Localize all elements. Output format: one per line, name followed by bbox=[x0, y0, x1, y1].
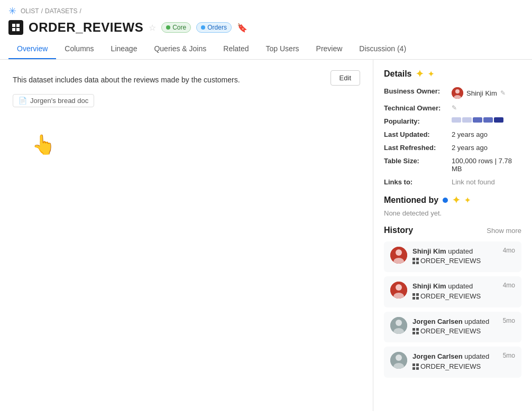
description-text: This dataset includes data about the rev… bbox=[13, 74, 360, 86]
business-owner-name: Shinji Kim bbox=[466, 89, 497, 97]
history-table-ref-2: ORDER_REVIEWS bbox=[412, 292, 481, 301]
table-size-row: Table Size: 100,000 rows | 7.78 MB bbox=[384, 157, 521, 173]
pop-seg-3 bbox=[473, 117, 482, 123]
favorite-star[interactable]: ☆ bbox=[149, 23, 156, 33]
technical-owner-row: Technical Owner: ✎ bbox=[384, 104, 521, 112]
sparkle-mentioned-2: ✦ bbox=[464, 196, 471, 204]
last-updated-value: 2 years ago bbox=[452, 130, 488, 138]
popularity-row: Popularity: bbox=[384, 117, 521, 125]
doc-icon: 📄 bbox=[19, 97, 27, 105]
core-label: Core bbox=[172, 24, 186, 31]
history-text-1: Shinji Kim updated ORDER_REVIEWS bbox=[412, 247, 498, 267]
history-item: Jorgen Carlsen updated ORDER_REVIEWS 5mo bbox=[384, 312, 521, 342]
svg-rect-25 bbox=[416, 328, 419, 331]
breadcrumb-org[interactable]: OLIST bbox=[21, 7, 39, 15]
mentioned-by-dot bbox=[443, 198, 448, 203]
svg-rect-0 bbox=[12, 24, 15, 27]
history-text-2: Shinji Kim updated ORDER_REVIEWS bbox=[412, 282, 498, 302]
svg-rect-32 bbox=[416, 363, 419, 366]
breadcrumb-sep2: / bbox=[80, 7, 81, 15]
shield-icon: 🔖 bbox=[237, 23, 247, 33]
history-item: Shinji Kim updated ORDER_REVIEWS 4mo bbox=[384, 276, 521, 307]
history-avatar-1 bbox=[390, 247, 407, 264]
show-more-button[interactable]: Show more bbox=[487, 227, 521, 235]
svg-rect-31 bbox=[412, 363, 415, 366]
sparkle-icon-2: ✦ bbox=[428, 70, 434, 78]
popularity-value bbox=[452, 117, 503, 123]
doc-link-label: Jorgen's bread doc bbox=[30, 97, 88, 105]
tab-overview[interactable]: Overview bbox=[8, 39, 56, 59]
title-row: ORDER_REVIEWS ☆ Core Orders 🔖 bbox=[0, 19, 532, 39]
tab-preview[interactable]: Preview bbox=[308, 39, 351, 59]
logo-icon: ✳ bbox=[8, 5, 16, 17]
technical-owner-edit-icon[interactable]: ✎ bbox=[452, 104, 457, 111]
doc-link[interactable]: 📄 Jorgen's bread doc bbox=[13, 94, 94, 107]
svg-rect-3 bbox=[16, 28, 20, 31]
popularity-label: Popularity: bbox=[384, 117, 447, 125]
cursor-pointer: 👆 bbox=[32, 134, 56, 156]
details-title: Details bbox=[384, 69, 411, 79]
orders-label: Orders bbox=[207, 24, 227, 31]
links-to-label: Links to: bbox=[384, 178, 447, 186]
svg-rect-27 bbox=[416, 332, 419, 334]
technical-owner-label: Technical Owner: bbox=[384, 104, 447, 112]
business-owner-value: Shinji Kim ✎ bbox=[452, 87, 506, 99]
history-time-4: 5mo bbox=[503, 352, 515, 359]
tag-core[interactable]: Core bbox=[161, 22, 191, 33]
orders-dot bbox=[201, 25, 205, 30]
business-owner-edit-icon[interactable]: ✎ bbox=[500, 89, 506, 97]
main-layout: Edit 👆 This dataset includes data about … bbox=[0, 60, 532, 411]
svg-rect-11 bbox=[416, 258, 419, 260]
history-user-1: Shinji Kim bbox=[412, 247, 446, 255]
top-header: ✳ OLIST / DATASETS / bbox=[0, 0, 532, 19]
breadcrumb-sep1: / bbox=[41, 7, 43, 15]
left-content: Edit 👆 This dataset includes data about … bbox=[0, 60, 373, 411]
history-title: History bbox=[384, 226, 413, 235]
none-detected-text: None detected yet. bbox=[384, 209, 521, 217]
tab-top-users[interactable]: Top Users bbox=[258, 39, 308, 59]
svg-rect-13 bbox=[416, 262, 419, 264]
right-sidebar: Details ✦ ✦ Business Owner: Shinji Kim ✎… bbox=[373, 60, 532, 411]
history-time-2: 4mo bbox=[503, 282, 515, 289]
breadcrumb-datasets[interactable]: DATASETS bbox=[45, 7, 78, 15]
history-table-ref-4: ORDER_REVIEWS bbox=[412, 362, 481, 371]
history-user-2: Shinji Kim bbox=[412, 282, 446, 290]
table-icon bbox=[8, 20, 23, 35]
tab-columns[interactable]: Columns bbox=[56, 39, 102, 59]
history-text-4: Jorgen Carlsen updated ORDER_REVIEWS bbox=[412, 352, 498, 372]
last-updated-label: Last Updated: bbox=[384, 130, 447, 138]
tab-discussion[interactable]: Discussion (4) bbox=[351, 39, 415, 59]
svg-point-5 bbox=[455, 89, 460, 94]
pop-seg-4 bbox=[483, 117, 493, 123]
last-refreshed-value: 2 years ago bbox=[452, 144, 488, 152]
svg-rect-26 bbox=[412, 332, 415, 334]
history-item: Jorgen Carlsen updated ORDER_REVIEWS 5mo bbox=[384, 347, 521, 377]
svg-point-29 bbox=[396, 354, 402, 361]
history-time-1: 4mo bbox=[503, 247, 515, 254]
svg-rect-33 bbox=[412, 367, 415, 370]
mentioned-by-section: Mentioned by ✦ ✦ None detected yet. bbox=[384, 194, 521, 217]
breadcrumb: OLIST / DATASETS / bbox=[21, 7, 81, 15]
history-item: Shinji Kim updated ORDER_REVIEWS 4mo bbox=[384, 241, 521, 272]
business-owner-avatar bbox=[452, 87, 463, 99]
svg-rect-24 bbox=[412, 328, 415, 331]
tab-related[interactable]: Related bbox=[215, 39, 257, 59]
svg-rect-17 bbox=[412, 293, 415, 296]
tab-queries-joins[interactable]: Queries & Joins bbox=[145, 39, 215, 59]
core-dot bbox=[166, 25, 170, 30]
tag-orders[interactable]: Orders bbox=[196, 22, 232, 33]
edit-button[interactable]: Edit bbox=[331, 70, 360, 86]
history-time-3: 5mo bbox=[503, 317, 515, 324]
tab-lineage[interactable]: Lineage bbox=[103, 39, 146, 59]
svg-point-8 bbox=[396, 249, 402, 256]
last-refreshed-row: Last Refreshed: 2 years ago bbox=[384, 144, 521, 152]
history-table-ref-3: ORDER_REVIEWS bbox=[412, 326, 481, 336]
links-to-value: Link not found bbox=[452, 178, 495, 186]
svg-rect-18 bbox=[416, 293, 419, 296]
history-text-3: Jorgen Carlsen updated ORDER_REVIEWS bbox=[412, 317, 498, 337]
pop-seg-1 bbox=[452, 117, 461, 123]
history-header: History Show more bbox=[384, 226, 521, 235]
last-updated-row: Last Updated: 2 years ago bbox=[384, 130, 521, 138]
history-user-3: Jorgen Carlsen bbox=[412, 318, 463, 325]
svg-rect-2 bbox=[12, 28, 15, 31]
